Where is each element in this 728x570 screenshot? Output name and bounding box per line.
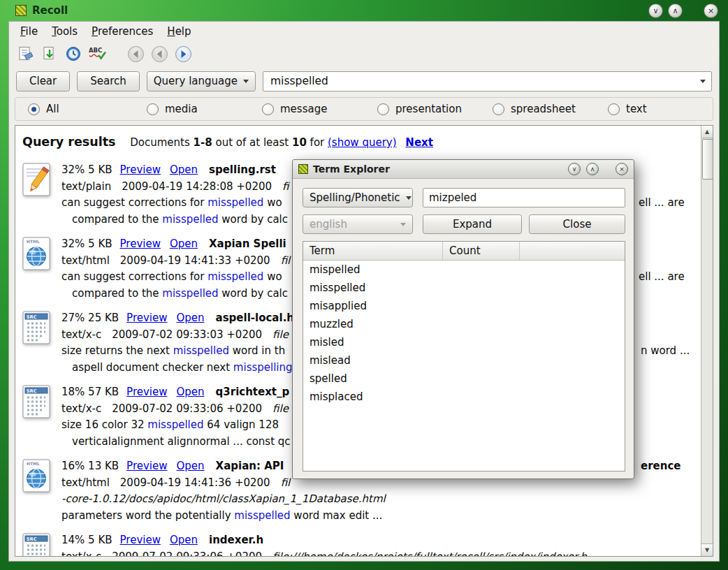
term-table-body: mispelledmisspelledmisappliedmuzzledmisl… [303, 261, 625, 406]
chevron-down-icon [243, 80, 249, 83]
close-button[interactable]: × [616, 163, 628, 175]
maximize-button[interactable]: ∧ [586, 163, 599, 175]
result-relevance-size: 18% 57 KB [61, 386, 119, 398]
result-mime: text/x-c [61, 550, 101, 557]
update-index-icon[interactable] [40, 45, 59, 64]
filter-presentation[interactable]: presentation [377, 103, 462, 115]
preview-link[interactable]: Preview [120, 534, 161, 546]
filter-label: text [626, 103, 647, 115]
menu-help[interactable]: Help [160, 23, 198, 40]
preview-link[interactable]: Preview [126, 460, 167, 472]
history-icon[interactable] [64, 45, 82, 64]
menu-file[interactable]: File [13, 23, 45, 40]
recoll-logo-icon [298, 164, 308, 174]
chevron-down-icon [400, 223, 406, 226]
term-explorer-input[interactable] [423, 188, 625, 207]
column-header-count[interactable]: Count [443, 242, 520, 260]
close-button[interactable]: × [704, 3, 718, 18]
next-page-link[interactable]: Next [405, 136, 433, 149]
column-header-term[interactable]: Term [303, 242, 443, 260]
preview-link[interactable]: Preview [126, 386, 167, 398]
menu-preferences[interactable]: Preferences [85, 23, 160, 40]
result-date: 2009-04-19 14:28:08 +0200 [122, 180, 272, 193]
result-headline: 14% 5 KBPreviewOpenindexer.h [61, 532, 701, 549]
filter-text[interactable]: text [608, 103, 647, 115]
expansion-mode-dropdown[interactable]: Spelling/Phonetic [303, 188, 413, 207]
next-page-arrow-icon[interactable] [174, 45, 193, 64]
language-dropdown: english [303, 214, 413, 234]
snippet-text: wo [263, 270, 282, 283]
result-text: 14% 5 KBPreviewOpenindexer.htext/x-c2009… [61, 532, 701, 556]
svg-text:ABC: ABC [89, 47, 102, 54]
matched-term: misspelled [147, 418, 203, 431]
snippet-text: compared to the [72, 287, 162, 300]
menu-tools[interactable]: Tools [45, 23, 85, 40]
term-row[interactable]: misplaced [303, 388, 625, 406]
results-scrollbar[interactable]: ▲ ▼ [701, 126, 713, 556]
scrollbar-thumb[interactable] [702, 139, 713, 180]
open-link[interactable]: Open [170, 238, 198, 250]
snippet-text: parameters word the potentially [61, 509, 234, 522]
expand-button[interactable]: Expand [423, 214, 522, 234]
close-button[interactable]: Close [529, 214, 625, 234]
query-input[interactable] [263, 75, 700, 87]
term-row[interactable]: spelled [303, 370, 625, 388]
result-mime: text/x-c [61, 402, 101, 415]
preview-link[interactable]: Preview [120, 163, 161, 176]
shade-button[interactable]: ∨ [568, 163, 581, 175]
term-row[interactable]: misapplied [303, 297, 625, 315]
filter-spreadsheet[interactable]: spreadsheet [493, 103, 576, 115]
open-link[interactable]: Open [176, 386, 204, 398]
term-row[interactable]: mislead [303, 351, 625, 370]
preview-link[interactable]: Preview [120, 238, 161, 250]
term-row[interactable]: misspelled [303, 279, 625, 297]
open-link[interactable]: Open [176, 460, 204, 472]
term-explorer-title: Term Explorer [313, 163, 562, 175]
clear-button[interactable]: Clear [16, 71, 70, 92]
prev-page-arrow-icon [150, 45, 169, 64]
preview-link[interactable]: Preview [126, 312, 167, 324]
svg-text:SRC: SRC [27, 314, 37, 320]
radio-icon [493, 103, 504, 115]
term-row[interactable]: mispelled [303, 261, 625, 279]
result-path: fil [281, 476, 291, 489]
term-row[interactable]: misled [303, 333, 625, 351]
source-doc-icon: SRC [22, 532, 61, 556]
shade-button[interactable]: ∨ [648, 3, 663, 18]
term-row[interactable]: muzzled [303, 315, 625, 333]
open-link[interactable]: Open [176, 312, 204, 324]
filter-label: presentation [395, 103, 462, 115]
snippet-text: can suggest corrections for [61, 196, 208, 209]
search-button[interactable]: Search [77, 71, 140, 92]
clear-search-icon[interactable] [16, 45, 35, 64]
result-path: file [272, 402, 289, 415]
result-mime: text/html [61, 254, 110, 267]
scroll-up-arrow[interactable]: ▲ [701, 126, 713, 138]
term-explorer-titlebar[interactable]: Term Explorer ∨∧× [293, 160, 634, 179]
results-header: Query results Documents 1-8 out of at le… [22, 133, 701, 151]
expansion-mode-value: Spelling/Phonetic [310, 191, 400, 204]
query-combobox[interactable] [263, 71, 712, 92]
results-total: 10 [292, 136, 307, 149]
titlebar[interactable]: Recoll ∨∧× [0, 0, 728, 21]
documents-label: Documents [130, 136, 190, 149]
result-mime: text/plain [61, 180, 111, 193]
filter-media[interactable]: media [147, 103, 198, 115]
filter-all[interactable]: All [28, 103, 59, 115]
open-link[interactable]: Open [170, 163, 198, 176]
result-path: fil [281, 254, 291, 267]
snippet-text: word in th [229, 344, 285, 357]
result-path: file [272, 328, 289, 341]
open-link[interactable]: Open [170, 534, 198, 546]
spellcheck-term-explorer-icon[interactable]: ABC [87, 45, 106, 64]
scroll-down-arrow[interactable]: ▼ [701, 543, 713, 556]
maximize-button[interactable]: ∧ [668, 3, 683, 18]
matched-term: misspelling [233, 361, 293, 374]
matched-term: misspelled [208, 270, 263, 283]
source-doc-icon: SRC [22, 310, 61, 376]
filter-message[interactable]: message [262, 103, 327, 115]
filter-label: spreadsheet [511, 103, 576, 115]
show-query-link[interactable]: (show query) [328, 136, 397, 149]
query-language-dropdown[interactable]: Query language [147, 71, 256, 92]
result-title: Xapian Spelli [209, 238, 286, 250]
